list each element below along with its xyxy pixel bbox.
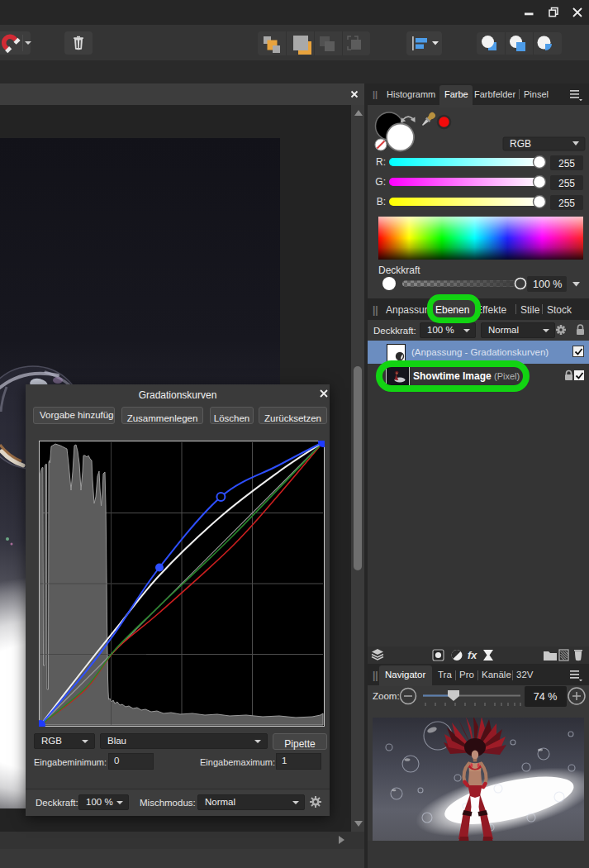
svg-text:255: 255 [558, 178, 575, 189]
svg-text:fx: fx [468, 650, 477, 661]
svg-text:B:: B: [377, 196, 386, 207]
svg-text:100 %: 100 % [533, 279, 562, 290]
svg-text:RGB: RGB [510, 138, 531, 150]
svg-text:74 %: 74 % [534, 691, 558, 703]
svg-text:255: 255 [558, 158, 575, 169]
svg-text:255: 255 [558, 198, 575, 209]
svg-text:R:: R: [376, 156, 386, 168]
svg-text:G:: G: [375, 176, 386, 188]
